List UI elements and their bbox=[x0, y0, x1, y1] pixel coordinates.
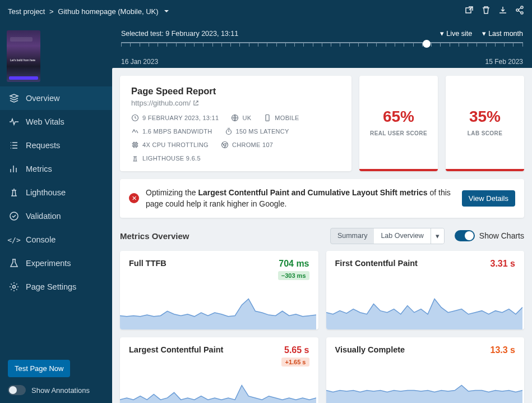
sidebar-item-label: Console bbox=[26, 235, 55, 244]
meta-clock: 9 FEBRUARY 2023, 13:11 bbox=[131, 114, 219, 122]
page-thumbnail[interactable]: Let's build from here bbox=[7, 30, 40, 82]
breadcrumb-page: Github homepage (Mobile, UK) bbox=[58, 7, 158, 16]
sidebar: Let's build from here OverviewWeb Vitals… bbox=[0, 22, 112, 403]
sidebar-item-label: Lighthouse bbox=[26, 188, 66, 197]
timeline-handle[interactable] bbox=[423, 40, 431, 48]
sidebar-nav: OverviewWeb VitalsRequestsMetricsLightho… bbox=[0, 86, 112, 299]
open-external-icon[interactable] bbox=[465, 6, 474, 17]
report-title: Page Speed Report bbox=[131, 86, 340, 97]
metric-name: First Contentful Paint bbox=[335, 259, 418, 268]
report-card: Page Speed Report https://github.com/ 9 … bbox=[120, 76, 351, 171]
flask-icon bbox=[9, 258, 19, 268]
live-site-dropdown[interactable]: ▾ Live site bbox=[440, 29, 472, 38]
meta-chrome: CHROME 107 bbox=[221, 141, 273, 149]
sidebar-item-label: Requests bbox=[26, 141, 60, 150]
sidebar-item-experiments[interactable]: Experiments bbox=[0, 251, 112, 275]
sidebar-item-validation[interactable]: Validation bbox=[0, 204, 112, 228]
topbar: Test project > Github homepage (Mobile, … bbox=[0, 0, 532, 22]
sidebar-item-page-settings[interactable]: Page Settings bbox=[0, 275, 112, 299]
tab-summary[interactable]: Summary bbox=[331, 228, 374, 244]
metric-card-full-ttfb[interactable]: Full TTFB704 ms−303 ms bbox=[120, 251, 318, 329]
timeline-end: 15 Feb 2023 bbox=[485, 58, 523, 66]
meta-globe: UK bbox=[231, 114, 251, 122]
metric-delta: +1.65 s bbox=[281, 358, 309, 367]
metric-name: Full TTFB bbox=[129, 259, 166, 268]
sidebar-item-metrics[interactable]: Metrics bbox=[0, 157, 112, 181]
sidebar-item-overview[interactable]: Overview bbox=[0, 86, 112, 110]
external-link-icon bbox=[193, 100, 199, 106]
code-icon: </> bbox=[9, 235, 19, 245]
chevron-down-icon bbox=[163, 8, 170, 15]
sidebar-item-web-vitals[interactable]: Web Vitals bbox=[0, 110, 112, 134]
stack-icon bbox=[9, 93, 19, 103]
annotations-label: Show Annotations bbox=[31, 386, 90, 395]
sidebar-item-lighthouse[interactable]: Lighthouse bbox=[0, 181, 112, 204]
breadcrumb-project: Test project bbox=[8, 7, 45, 16]
dashboard: Page Speed Report https://github.com/ 9 … bbox=[112, 68, 532, 403]
test-page-button[interactable]: Test Page Now bbox=[8, 360, 70, 377]
svg-rect-11 bbox=[135, 144, 136, 146]
alert-text: Optimizing the Largest Contentful Paint … bbox=[146, 187, 455, 210]
metric-value: 13.3 s bbox=[491, 345, 515, 355]
globe-icon bbox=[231, 114, 239, 122]
metrics-overview-title: Metrics Overview bbox=[120, 231, 189, 241]
sidebar-item-label: Page Settings bbox=[26, 282, 76, 291]
metric-card-largest-contentful-paint[interactable]: Largest Contentful Paint5.65 s+1.65 s bbox=[120, 337, 318, 403]
sidebar-item-label: Experiments bbox=[26, 259, 71, 268]
download-icon[interactable] bbox=[498, 6, 507, 17]
meta-latency: 150 MS LATENCY bbox=[225, 127, 289, 135]
report-url[interactable]: https://github.com/ bbox=[131, 99, 340, 107]
metric-value: 704 ms bbox=[278, 259, 309, 269]
metric-value: 5.65 s bbox=[281, 345, 309, 355]
svg-point-1 bbox=[521, 6, 523, 8]
timeline: Selected test: 9 February 2023, 13:11 ▾ … bbox=[112, 22, 532, 68]
metric-card-visually-complete[interactable]: Visually Complete13.3 s bbox=[326, 337, 525, 403]
meta-lighthouse: LIGHTHOUSE 9.6.5 bbox=[131, 154, 201, 162]
bandwidth-icon bbox=[131, 127, 139, 135]
metric-card-first-contentful-paint[interactable]: First Contentful Paint3.31 s bbox=[326, 251, 525, 329]
sidebar-item-label: Metrics bbox=[26, 164, 52, 173]
gear-icon bbox=[9, 282, 19, 292]
metric-name: Visually Complete bbox=[335, 345, 405, 354]
svg-point-2 bbox=[516, 9, 519, 11]
mobile-icon bbox=[263, 114, 271, 122]
trash-icon[interactable] bbox=[482, 6, 491, 17]
metric-delta: −303 ms bbox=[278, 271, 309, 280]
score-label: LAB SCORE bbox=[468, 130, 503, 136]
timeline-ruler[interactable] bbox=[121, 42, 523, 56]
latency-icon bbox=[225, 127, 233, 135]
chart-icon bbox=[9, 164, 19, 174]
sidebar-item-console[interactable]: </>Console bbox=[0, 228, 112, 251]
timeline-start: 16 Jan 2023 bbox=[121, 58, 158, 66]
topbar-actions bbox=[465, 6, 524, 17]
annotations-toggle[interactable] bbox=[8, 385, 26, 395]
view-details-button[interactable]: View Details bbox=[462, 190, 515, 207]
breadcrumb[interactable]: Test project > Github homepage (Mobile, … bbox=[8, 7, 170, 16]
metric-name: Largest Contentful Paint bbox=[129, 345, 223, 354]
metric-value: 3.31 s bbox=[491, 259, 515, 269]
show-charts-toggle[interactable] bbox=[455, 230, 475, 241]
tab-dropdown-caret[interactable]: ▾ bbox=[431, 228, 444, 244]
svg-point-3 bbox=[521, 12, 523, 14]
clock-icon bbox=[131, 114, 139, 122]
meta-bandwidth: 1.6 MBPS BANDWIDTH bbox=[131, 127, 212, 135]
list-icon bbox=[9, 140, 19, 150]
check-circle-icon bbox=[9, 211, 19, 221]
chrome-icon bbox=[221, 141, 229, 149]
report-meta: 9 FEBRUARY 2023, 13:11UKMOBILE1.6 MBPS B… bbox=[131, 114, 340, 162]
date-range-dropdown[interactable]: ▾ Last month bbox=[482, 29, 523, 38]
metrics-grid: Full TTFB704 ms−303 msFirst Contentful P… bbox=[120, 251, 524, 403]
sidebar-item-requests[interactable]: Requests bbox=[0, 134, 112, 157]
share-icon[interactable] bbox=[515, 6, 524, 17]
sidebar-item-label: Web Vitals bbox=[26, 117, 64, 126]
svg-point-5 bbox=[13, 286, 16, 288]
score-card-lab-score: 35%LAB SCORE bbox=[446, 76, 524, 171]
score-card-real-user-score: 65%REAL USER SCORE bbox=[359, 76, 438, 171]
pulse-icon bbox=[9, 117, 19, 127]
selected-test-label: Selected test: 9 February 2023, 13:11 bbox=[121, 30, 238, 38]
tab-lab-overview[interactable]: Lab Overview bbox=[374, 228, 430, 244]
score-value: 65% bbox=[383, 108, 414, 126]
metrics-tab-selector: Summary Lab Overview ▾ bbox=[330, 228, 445, 244]
lighthouse-icon bbox=[9, 187, 19, 198]
sidebar-item-label: Validation bbox=[26, 212, 61, 221]
